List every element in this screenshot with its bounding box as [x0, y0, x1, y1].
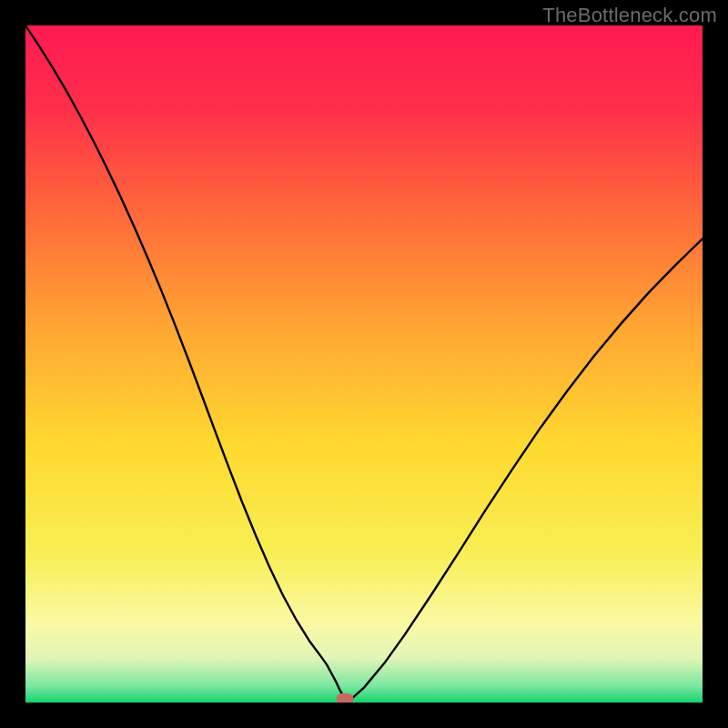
plot-area [25, 25, 703, 703]
chart-background [25, 25, 703, 703]
watermark-text: TheBottleneck.com [542, 4, 717, 27]
chart-frame: TheBottleneck.com [0, 0, 728, 728]
chart-svg [25, 25, 703, 703]
min-marker [337, 693, 354, 703]
